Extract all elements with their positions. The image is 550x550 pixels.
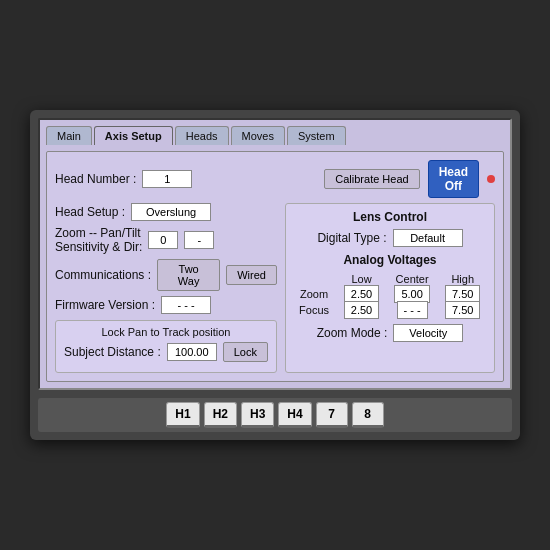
communications-row: Communications : Two Way Wired: [55, 259, 277, 291]
analog-voltages-table: Low Center High Zoom 2.50 5.00 7.50: [292, 272, 488, 318]
focus-center-input[interactable]: - - -: [397, 301, 428, 319]
zoom-label: Zoom -- Pan/Tilt: [55, 226, 141, 240]
communications-label: Communications :: [55, 268, 151, 282]
subject-distance-label: Subject Distance :: [64, 345, 161, 359]
analog-voltages-title: Analog Voltages: [292, 253, 488, 267]
key-h3[interactable]: H3: [241, 402, 274, 428]
lens-control-title: Lens Control: [292, 210, 488, 224]
zoom-dir-input[interactable]: -: [184, 231, 214, 249]
firmware-row: Firmware Version : - - -: [55, 296, 277, 314]
device-frame: Main Axis Setup Heads Moves System Head …: [30, 110, 520, 441]
key-h1[interactable]: H1: [166, 402, 199, 428]
tab-heads[interactable]: Heads: [175, 126, 229, 145]
head-setup-value[interactable]: Overslung: [131, 203, 211, 221]
head-number-label: Head Number :: [55, 172, 136, 186]
right-column: Lens Control Digital Type : Default Anal…: [285, 203, 495, 373]
key-h4[interactable]: H4: [278, 402, 311, 428]
zoom-mode-row: Zoom Mode : Velocity: [292, 324, 488, 342]
lock-button[interactable]: Lock: [223, 342, 268, 362]
subject-distance-input[interactable]: 100.00: [167, 343, 217, 361]
head-number-input[interactable]: 1: [142, 170, 192, 188]
focus-low-input[interactable]: 2.50: [344, 301, 379, 319]
focus-high-input[interactable]: 7.50: [445, 301, 480, 319]
keyboard-bar: H1 H2 H3 H4 7 8: [38, 398, 512, 432]
key-7[interactable]: 7: [316, 402, 348, 428]
zoom-analog-row: Zoom 2.50 5.00 7.50: [292, 286, 488, 302]
two-way-button[interactable]: Two Way: [157, 259, 220, 291]
head-setup-label: Head Setup :: [55, 205, 125, 219]
head-setup-row: Head Setup : Overslung: [55, 203, 277, 221]
col-center-header: Center: [387, 272, 438, 286]
col-low-header: Low: [336, 272, 387, 286]
digital-type-row: Digital Type : Default: [292, 229, 488, 247]
focus-analog-row: Focus 2.50 - - - 7.50: [292, 302, 488, 318]
firmware-label: Firmware Version :: [55, 298, 155, 312]
wired-button[interactable]: Wired: [226, 265, 277, 285]
zoom-mode-value[interactable]: Velocity: [393, 324, 463, 342]
calibrate-head-section: Calibrate Head HeadOff: [324, 160, 495, 199]
content-area: Head Number : 1 Calibrate Head HeadOff H…: [46, 151, 504, 383]
lock-pan-section: Lock Pan to Track position Subject Dista…: [55, 320, 277, 373]
tab-axis-setup[interactable]: Axis Setup: [94, 126, 173, 145]
screen: Main Axis Setup Heads Moves System Head …: [38, 118, 512, 391]
sensitivity-label: Sensitivity & Dir:: [55, 240, 142, 254]
digital-type-label: Digital Type :: [317, 231, 386, 245]
focus-analog-label: Focus: [292, 302, 336, 318]
tab-bar: Main Axis Setup Heads Moves System: [46, 126, 504, 145]
tab-moves[interactable]: Moves: [231, 126, 285, 145]
calibrate-head-button[interactable]: Calibrate Head: [324, 169, 419, 189]
key-8[interactable]: 8: [352, 402, 384, 428]
left-column: Head Setup : Overslung Zoom -- Pan/Tilt …: [55, 203, 277, 373]
col-high-header: High: [437, 272, 488, 286]
zoom-value-input[interactable]: 0: [148, 231, 178, 249]
status-indicator-dot: [487, 175, 495, 183]
subject-distance-row: Subject Distance : 100.00 Lock: [64, 342, 268, 362]
digital-type-value[interactable]: Default: [393, 229, 463, 247]
tab-system[interactable]: System: [287, 126, 346, 145]
head-number-row: Head Number : 1 Calibrate Head HeadOff: [55, 160, 495, 199]
head-off-button[interactable]: HeadOff: [428, 160, 479, 199]
zoom-mode-label: Zoom Mode :: [317, 326, 388, 340]
main-columns: Head Setup : Overslung Zoom -- Pan/Tilt …: [55, 203, 495, 373]
tab-main[interactable]: Main: [46, 126, 92, 145]
zoom-row: Zoom -- Pan/Tilt Sensitivity & Dir: 0 -: [55, 226, 277, 254]
key-h2[interactable]: H2: [204, 402, 237, 428]
zoom-analog-label: Zoom: [292, 286, 336, 302]
firmware-value: - - -: [161, 296, 211, 314]
lock-pan-title: Lock Pan to Track position: [64, 326, 268, 338]
